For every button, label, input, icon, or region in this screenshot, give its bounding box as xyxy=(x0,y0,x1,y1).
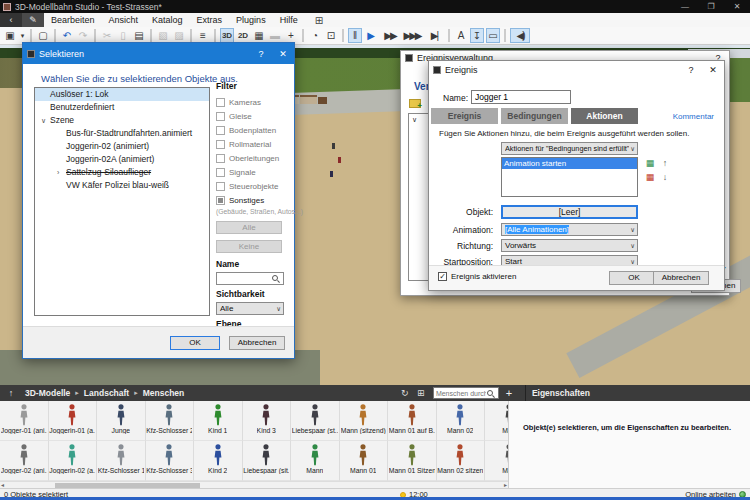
toolbar-button[interactable] xyxy=(94,29,96,42)
cancel-button[interactable]: Abbrechen xyxy=(229,336,285,350)
catalog-item[interactable]: Mann 02 xyxy=(437,401,486,441)
train-icon[interactable]: ▬ xyxy=(268,28,282,43)
catalog-search-input[interactable] xyxy=(434,390,486,397)
filter-checkbox[interactable]: Rollmaterial xyxy=(216,137,288,151)
select-rect-icon[interactable]: ▧ xyxy=(156,28,170,43)
breadcrumb-item[interactable]: 3D-Modelle xyxy=(22,388,73,398)
tree-expander-icon[interactable]: › xyxy=(57,166,66,179)
edit-mode-icon[interactable]: ✎ xyxy=(22,13,44,27)
menu-item[interactable]: Katalog xyxy=(145,13,190,27)
filter-checkbox[interactable]: Kameras xyxy=(216,95,288,109)
filter-checkbox[interactable]: Signale xyxy=(216,165,288,179)
ereignis-titlebar[interactable]: Ereignis ? ✕ xyxy=(429,61,724,78)
ok-button[interactable]: OK xyxy=(170,336,220,350)
catalog-up-icon[interactable]: ↑ xyxy=(0,388,22,398)
menu-item[interactable]: Ansicht xyxy=(102,13,146,27)
tab[interactable]: Aktionen xyxy=(571,108,638,124)
filter-checkbox[interactable]: Bodenplatten xyxy=(216,123,288,137)
close-icon[interactable]: ✕ xyxy=(702,65,724,75)
tree-item[interactable]: ∨Szene xyxy=(35,114,209,127)
catalog-item[interactable]: Mann 01 auf B... xyxy=(388,401,437,441)
action-item[interactable]: Animation starten xyxy=(502,158,637,169)
toolbar-button[interactable] xyxy=(190,29,192,42)
activate-event-checkbox[interactable]: ✓ Ereignis aktivieren xyxy=(438,272,516,281)
back-button[interactable]: ‹ xyxy=(0,13,22,27)
play-icon[interactable]: ▶ xyxy=(364,28,378,43)
catalog-item[interactable]: Kind 2 xyxy=(194,441,243,481)
menu-grid-icon[interactable]: ⊞ xyxy=(315,15,323,26)
filter-checkbox[interactable]: Oberleitungen xyxy=(216,151,288,165)
maximize-button[interactable]: ❐ xyxy=(698,0,724,13)
remove-action-icon[interactable]: ▦ xyxy=(644,172,656,183)
tree-expander-icon[interactable]: ∨ xyxy=(41,114,50,127)
tree-item[interactable]: Bus-für-Stadtrundfahrten.animiert xyxy=(35,127,209,140)
breadcrumb-item[interactable]: Landschaft xyxy=(81,388,132,398)
view-2d-button[interactable]: 2D xyxy=(236,28,250,43)
toolbar-button[interactable] xyxy=(214,29,216,42)
catalog-item[interactable]: Kfz-Schlosser 3 xyxy=(146,441,195,481)
direction-dropdown[interactable]: Vorwärts ∨ xyxy=(501,239,638,252)
event-manager-icon[interactable]: ⊡ xyxy=(324,28,338,43)
cut-icon[interactable]: ✂ xyxy=(100,28,114,43)
measure-icon[interactable]: ▭ xyxy=(486,28,500,43)
close-icon[interactable]: ✕ xyxy=(272,49,294,59)
grid-icon[interactable]: ▦ xyxy=(252,28,266,43)
catalog-item[interactable]: Liebespaar (st... xyxy=(291,401,340,441)
add-icon[interactable]: + xyxy=(284,28,298,43)
menu-item[interactable]: Hilfe xyxy=(273,13,305,27)
move-down-icon[interactable]: ↓ xyxy=(660,172,670,182)
comment-link[interactable]: Kommentar xyxy=(673,112,714,121)
filter-checkbox[interactable]: Steuerobjekte xyxy=(216,179,288,193)
event-name-input[interactable] xyxy=(471,90,571,104)
filter-checkbox[interactable]: Gleise xyxy=(216,109,288,123)
ok-button[interactable]: OK xyxy=(609,271,659,285)
catalog-item[interactable]: Joggerin-02 (a... xyxy=(49,441,98,481)
copy-icon[interactable]: ▯ xyxy=(116,28,130,43)
view-3d-button[interactable]: 3D xyxy=(220,28,234,43)
screenshot-icon[interactable]: ▢ xyxy=(36,28,50,43)
catalog-item[interactable]: Mann 01 Sitzend xyxy=(388,441,437,481)
menu-item[interactable]: Extras xyxy=(190,13,230,27)
chevron-down-icon[interactable]: ∨ xyxy=(409,114,417,124)
catalog-item[interactable]: Jogger-01 (ani... xyxy=(0,401,49,441)
catalog-add-button[interactable]: + xyxy=(499,387,519,399)
catalog-item[interactable]: Kfz-Schlosser 2 xyxy=(146,401,195,441)
catalog-item[interactable]: Mann 01 xyxy=(340,441,389,481)
layer-list-icon[interactable]: ≡ xyxy=(196,28,210,43)
minimize-button[interactable]: — xyxy=(672,0,698,13)
skip-end-icon[interactable]: ▶| xyxy=(424,28,444,43)
paste-icon[interactable]: ▤ xyxy=(132,28,146,43)
name-filter-input[interactable] xyxy=(217,274,271,283)
toolbar-button[interactable] xyxy=(302,29,304,42)
toolbar-button[interactable] xyxy=(150,29,152,42)
refresh-icon[interactable]: ↻ xyxy=(397,388,413,398)
clock-icon[interactable]: ◔ xyxy=(308,28,322,43)
catalog-item[interactable]: Junge xyxy=(97,401,146,441)
pause-icon[interactable]: ‖ xyxy=(348,28,362,43)
catalog-item[interactable]: Mann (sitzend) xyxy=(340,401,389,441)
breadcrumb-item[interactable]: Menschen xyxy=(140,388,188,398)
select-all-button[interactable]: Alle xyxy=(216,221,282,234)
select-none-button[interactable]: Keine xyxy=(216,240,282,253)
close-button[interactable]: ✕ xyxy=(724,0,750,13)
action-list[interactable]: Animation starten xyxy=(501,157,638,197)
grid-view-icon[interactable]: ⊞ xyxy=(413,388,429,398)
visibility-dropdown[interactable]: Alle ∨ xyxy=(216,302,284,315)
filter-checkbox[interactable]: Sonstiges xyxy=(216,193,288,207)
save-icon[interactable]: ▣ xyxy=(3,28,17,43)
catalog-item[interactable]: Kind 3 xyxy=(243,401,292,441)
select-add-icon[interactable]: ▨ xyxy=(172,28,186,43)
save-caret-icon[interactable]: ▾ xyxy=(19,28,26,43)
tree-item[interactable]: Joggerin-02A (animiert) xyxy=(35,153,209,166)
tree-item[interactable]: Joggerin-02 (animiert) xyxy=(35,140,209,153)
toolbar-button[interactable] xyxy=(54,29,56,42)
actions-type-dropdown[interactable]: Aktionen für "Bedingungen sind erfüllt" … xyxy=(501,142,638,155)
add-action-icon[interactable]: ▦ xyxy=(644,158,656,169)
menu-item[interactable]: Plugins xyxy=(229,13,273,27)
help-button[interactable]: ? xyxy=(680,65,702,75)
tree-item[interactable]: ›Sattelzug-Siloauflieger xyxy=(35,166,209,179)
toolbar-button[interactable] xyxy=(30,29,32,42)
new-event-folder-icon[interactable] xyxy=(409,99,421,108)
import-icon[interactable]: ↧ xyxy=(470,28,484,43)
toolbar-button[interactable] xyxy=(504,29,506,42)
